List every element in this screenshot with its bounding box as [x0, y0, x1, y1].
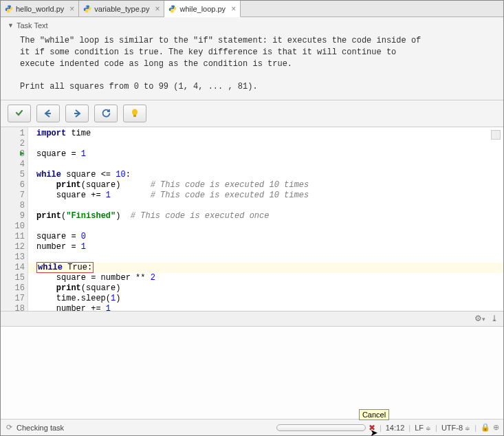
line-number: 7	[1, 190, 25, 201]
svg-point-6	[132, 109, 138, 115]
gear-icon[interactable]: ⚙▾	[474, 314, 485, 323]
svg-point-0	[8, 6, 8, 6]
line-number: 17	[1, 294, 25, 304]
line-number: 18	[1, 304, 25, 314]
inspector-icon[interactable]: ⊕	[493, 423, 499, 432]
status-task-label: Checking task	[17, 424, 64, 432]
svg-rect-7	[133, 115, 136, 117]
collapse-icon: ▼	[8, 22, 14, 29]
encoding[interactable]: UTF-8 ≑	[441, 424, 470, 432]
code-token: True	[63, 263, 87, 272]
editor-eye-icon[interactable]	[491, 130, 501, 140]
code-token: print	[36, 211, 61, 221]
line-separator[interactable]: LF ≑	[415, 424, 431, 432]
next-button[interactable]	[65, 105, 89, 122]
code-area[interactable]: import time square = 1 while square <= 1…	[28, 127, 503, 311]
task-text-body: The "while" loop is similar to the "if" …	[8, 35, 496, 93]
cancel-tooltip: Cancel	[359, 409, 389, 420]
tab-hello-world[interactable]: hello_world.py ×	[1, 1, 79, 17]
task-text-header[interactable]: ▼ Task Text	[8, 21, 496, 30]
code-token: # This code is executed 10 times	[151, 180, 309, 190]
tab-variable-type[interactable]: variable_type.py ×	[79, 1, 164, 17]
code-token: 1	[106, 304, 111, 314]
code-token: while	[36, 170, 61, 179]
code-token: number =	[36, 242, 81, 252]
line-number: 2	[1, 139, 25, 149]
task-toolbar	[1, 100, 503, 127]
mouse-cursor: ➤	[370, 427, 378, 437]
lower-panel	[1, 327, 503, 419]
cancel-button[interactable]: ✖ Cancel ➤	[369, 423, 375, 433]
task-text-panel: ▼ Task Text The "while" loop is similar …	[1, 17, 503, 100]
code-token: square =	[36, 232, 81, 241]
line-number: 16	[1, 283, 25, 294]
code-token: )	[116, 294, 120, 303]
line-number: 10	[1, 221, 25, 232]
code-token: 0	[81, 232, 86, 241]
code-token: 10	[116, 170, 125, 179]
code-token: :	[126, 170, 131, 179]
svg-point-4	[171, 6, 172, 6]
progress-bar	[276, 424, 366, 431]
code-token: 1	[81, 242, 86, 252]
code-token: square <=	[61, 170, 116, 179]
line-number: 13	[1, 252, 25, 263]
download-icon[interactable]: ⤓	[491, 314, 498, 323]
svg-point-2	[86, 6, 87, 6]
check-button[interactable]	[8, 105, 31, 122]
code-token: 2	[151, 273, 155, 283]
code-token: (square)	[81, 283, 121, 293]
line-number: 9	[1, 211, 25, 221]
lock-icon[interactable]: 🔒	[481, 423, 490, 432]
python-icon	[5, 5, 13, 13]
separator: |	[407, 424, 412, 432]
code-token: # This code is executed once	[131, 211, 270, 221]
separator: |	[434, 424, 439, 432]
line-number: 5	[1, 170, 25, 180]
background-task-icon[interactable]: ⟳	[6, 423, 12, 432]
prev-button[interactable]	[36, 105, 60, 122]
code-token: time.sleep(	[56, 294, 111, 303]
code-token: print	[56, 283, 81, 293]
code-token: (square)	[81, 180, 121, 190]
line-gutter: 1 2 3 4 5 6 7 8 9 10 11 12 13 14 15 16 1…	[1, 127, 28, 311]
tab-while-loop[interactable]: while_loop.py ×	[164, 1, 241, 17]
svg-point-5	[173, 11, 174, 12]
code-token: print	[56, 180, 81, 190]
separator: |	[378, 424, 383, 432]
svg-point-1	[10, 11, 10, 12]
close-icon[interactable]: ×	[155, 4, 160, 14]
python-icon	[168, 5, 177, 13]
task-text-title: Task Text	[17, 21, 48, 30]
svg-point-3	[88, 11, 89, 12]
line-number: 8	[1, 201, 25, 211]
code-token: # This code is executed 10 times	[151, 190, 309, 200]
code-token: 1	[81, 149, 86, 159]
code-token: square =	[36, 149, 81, 159]
code-token: while	[38, 263, 63, 272]
hint-button[interactable]	[123, 105, 146, 122]
tab-label: variable_type.py	[94, 5, 149, 13]
code-token: "Finished"	[66, 211, 116, 221]
code-token: square +=	[56, 190, 106, 200]
run-gutter-icon[interactable]: ▶	[20, 149, 25, 157]
code-token	[120, 211, 130, 221]
python-icon	[83, 5, 91, 13]
code-token: number +=	[56, 304, 106, 314]
caret-position: 14:12	[386, 424, 405, 432]
close-icon[interactable]: ×	[231, 4, 236, 14]
code-token: :	[87, 263, 92, 272]
line-number: 11	[1, 232, 25, 242]
code-editor[interactable]: 1 2 3 4 5 6 7 8 9 10 11 12 13 14 15 16 1…	[1, 127, 503, 312]
refresh-button[interactable]	[94, 105, 118, 122]
separator: |	[473, 424, 478, 432]
close-icon[interactable]: ×	[69, 4, 74, 14]
code-token: square = number **	[56, 273, 151, 283]
line-number: 4	[1, 160, 25, 170]
line-number: 6	[1, 180, 25, 190]
code-token: 1	[106, 190, 111, 200]
code-token: time	[66, 129, 91, 138]
line-number: 1	[1, 129, 25, 139]
line-number: 12	[1, 242, 25, 252]
code-token: import	[36, 129, 66, 138]
